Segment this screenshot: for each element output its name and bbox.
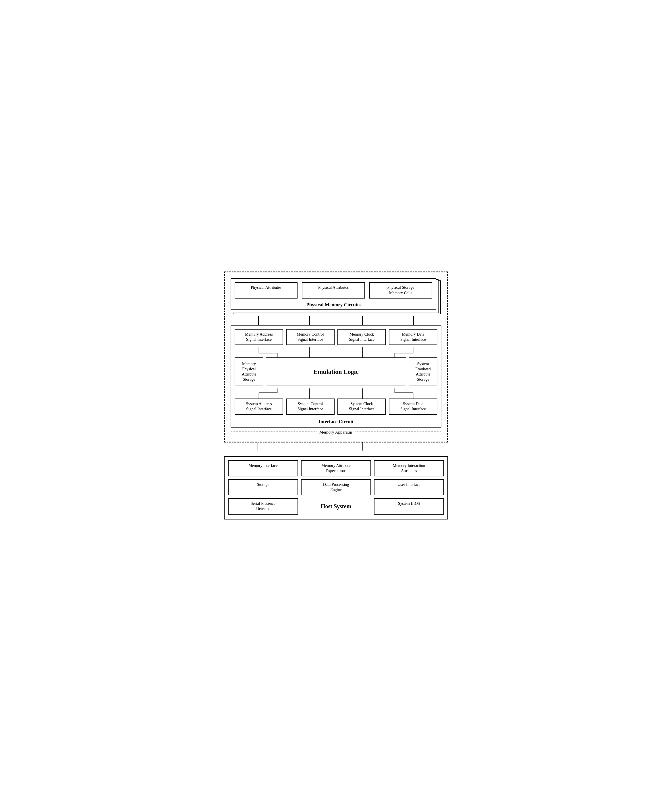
interface-circuit-label: Interface Circuit bbox=[235, 417, 437, 427]
emulation-sys-svg bbox=[235, 388, 437, 398]
system-emulated-attribute-storage: SystemEmulatedAttributeStorage bbox=[409, 358, 437, 386]
host-system-label-cell: Host System bbox=[301, 498, 371, 514]
memory-interface-box: Memory Interface bbox=[228, 460, 298, 477]
memory-interaction-attributes-box: Memory InteractionAttributes bbox=[374, 460, 444, 477]
memory-data-signal: Memory DataSignal Interface bbox=[389, 329, 437, 345]
top-connector-area bbox=[234, 316, 438, 325]
memory-apparatus-container: Physical Attributes Physical Attributes … bbox=[224, 271, 448, 442]
physical-memory-section: Physical Attributes Physical Attributes … bbox=[230, 278, 442, 310]
memory-clock-signal: Memory ClockSignal Interface bbox=[338, 329, 386, 345]
emulation-row: MemoryPhysicalAttributeStorage Emulation… bbox=[235, 358, 437, 386]
system-bios-box: System BIOS bbox=[374, 498, 444, 514]
memory-physical-attribute-storage: MemoryPhysicalAttributeStorage bbox=[235, 358, 263, 386]
memory-attribute-expectations-box: Memory AttributeExpectations bbox=[301, 460, 371, 477]
system-data-signal: System DataSignal Interface bbox=[389, 398, 437, 415]
emulation-to-sys-connectors bbox=[235, 388, 437, 398]
memory-address-signal: Memory AddressSignal Interface bbox=[235, 329, 283, 345]
system-clock-signal: System ClockSignal Interface bbox=[338, 398, 386, 415]
system-address-signal: System AddressSignal Interface bbox=[235, 398, 283, 415]
physical-attrs-row: Physical Attributes Physical Attributes … bbox=[235, 282, 432, 298]
physical-attrs-box-1: Physical Attributes bbox=[235, 282, 298, 298]
interface-host-svg bbox=[233, 443, 439, 451]
data-processing-engine-box: Data ProcessingEngine bbox=[301, 479, 371, 495]
memory-control-signal: Memory ControlSignal Interface bbox=[286, 329, 334, 345]
physical-storage-cells-box: Physical StorageMemory Cells bbox=[369, 282, 432, 298]
top-connector-svg bbox=[234, 316, 438, 325]
system-signal-row: System AddressSignal Interface System Co… bbox=[235, 398, 437, 415]
memory-signal-row: Memory AddressSignal Interface Memory Co… bbox=[235, 329, 437, 345]
system-control-signal: System ControlSignal Interface bbox=[286, 398, 334, 415]
physical-memory-label: Physical Memory Circuits bbox=[235, 301, 432, 308]
serial-presence-detector-box: Serial PresenceDetector bbox=[228, 498, 298, 514]
physical-attrs-box-2: Physical Attributes bbox=[302, 282, 365, 298]
user-interface-box: User Interface bbox=[374, 479, 444, 495]
host-system-grid: Memory Interface Memory AttributeExpecta… bbox=[228, 460, 444, 515]
interface-to-host-connectors bbox=[233, 443, 439, 451]
diagram-wrapper: Physical Attributes Physical Attributes … bbox=[224, 271, 448, 519]
storage-box: Storage bbox=[228, 479, 298, 495]
memory-apparatus-label: Memory Apparatus bbox=[230, 428, 442, 436]
mem-to-emulation-connectors bbox=[235, 347, 437, 358]
interface-circuit-section: Memory AddressSignal Interface Memory Co… bbox=[230, 325, 442, 428]
host-system-section: Memory Interface Memory AttributeExpecta… bbox=[224, 456, 448, 520]
mem-emulation-svg bbox=[235, 347, 437, 358]
emulation-logic-box: Emulation Logic bbox=[266, 358, 406, 386]
